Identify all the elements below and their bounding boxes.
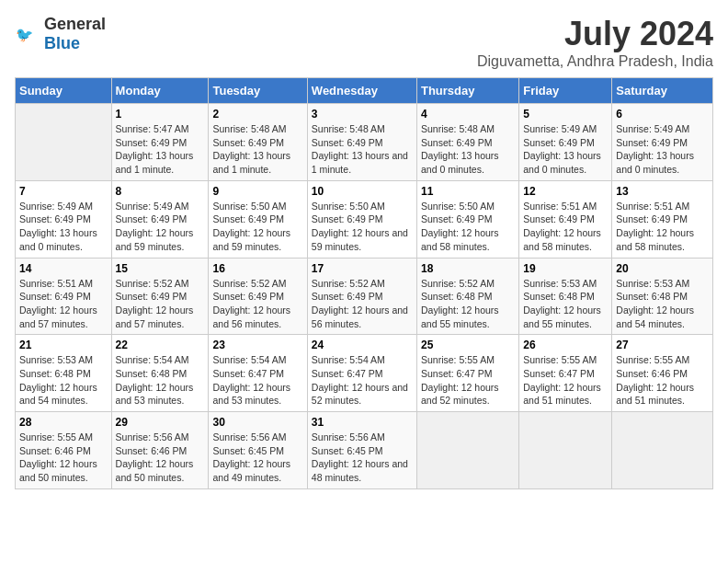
calendar-cell: 27Sunrise: 5:55 AM Sunset: 6:46 PM Dayli…: [612, 335, 713, 412]
day-info: Sunrise: 5:52 AM Sunset: 6:49 PM Dayligh…: [116, 277, 205, 331]
calendar-cell: 5Sunrise: 5:49 AM Sunset: 6:49 PM Daylig…: [519, 104, 612, 181]
day-info: Sunrise: 5:52 AM Sunset: 6:49 PM Dayligh…: [212, 277, 302, 331]
calendar-cell: 15Sunrise: 5:52 AM Sunset: 6:49 PM Dayli…: [111, 258, 209, 335]
day-info: Sunrise: 5:53 AM Sunset: 6:48 PM Dayligh…: [523, 277, 608, 331]
calendar-cell: 18Sunrise: 5:52 AM Sunset: 6:48 PM Dayli…: [416, 258, 518, 335]
calendar-cell: 31Sunrise: 5:56 AM Sunset: 6:45 PM Dayli…: [307, 412, 416, 489]
day-number: 8: [116, 185, 205, 198]
day-number: 4: [421, 108, 515, 121]
day-info: Sunrise: 5:47 AM Sunset: 6:49 PM Dayligh…: [116, 122, 205, 177]
day-info: Sunrise: 5:56 AM Sunset: 6:45 PM Dayligh…: [212, 431, 302, 485]
day-number: 28: [19, 416, 108, 429]
day-info: Sunrise: 5:51 AM Sunset: 6:49 PM Dayligh…: [616, 200, 709, 254]
calendar-cell: [519, 412, 612, 489]
day-info: Sunrise: 5:54 AM Sunset: 6:48 PM Dayligh…: [116, 353, 205, 408]
day-info: Sunrise: 5:50 AM Sunset: 6:49 PM Dayligh…: [312, 200, 413, 254]
calendar-cell: 17Sunrise: 5:52 AM Sunset: 6:49 PM Dayli…: [307, 258, 416, 335]
calendar-cell: 9Sunrise: 5:50 AM Sunset: 6:49 PM Daylig…: [209, 180, 307, 258]
day-header-wednesday: Wednesday: [307, 78, 416, 104]
calendar-cell: 1Sunrise: 5:47 AM Sunset: 6:49 PM Daylig…: [111, 104, 209, 181]
day-number: 27: [616, 339, 709, 351]
day-number: 21: [19, 339, 108, 351]
calendar-cell: 19Sunrise: 5:53 AM Sunset: 6:48 PM Dayli…: [519, 258, 612, 335]
day-info: Sunrise: 5:49 AM Sunset: 6:49 PM Dayligh…: [616, 122, 709, 177]
day-number: 12: [523, 185, 608, 198]
calendar-cell: 4Sunrise: 5:48 AM Sunset: 6:49 PM Daylig…: [416, 104, 518, 181]
logo: 🐦 General Blue: [15, 15, 106, 53]
day-info: Sunrise: 5:55 AM Sunset: 6:47 PM Dayligh…: [523, 353, 608, 408]
day-info: Sunrise: 5:51 AM Sunset: 6:49 PM Dayligh…: [523, 200, 608, 254]
day-number: 31: [312, 416, 413, 429]
calendar-cell: 21Sunrise: 5:53 AM Sunset: 6:48 PM Dayli…: [16, 335, 112, 412]
calendar-table: SundayMondayTuesdayWednesdayThursdayFrid…: [15, 77, 713, 489]
calendar-week-row: 21Sunrise: 5:53 AM Sunset: 6:48 PM Dayli…: [16, 335, 713, 412]
day-info: Sunrise: 5:55 AM Sunset: 6:46 PM Dayligh…: [19, 431, 108, 485]
calendar-week-row: 28Sunrise: 5:55 AM Sunset: 6:46 PM Dayli…: [16, 412, 713, 489]
day-number: 22: [116, 339, 205, 351]
day-number: 1: [116, 108, 205, 121]
svg-text:🐦: 🐦: [16, 26, 34, 43]
day-number: 26: [523, 339, 608, 351]
day-number: 17: [312, 262, 413, 275]
subtitle: Diguvametta, Andhra Pradesh, India: [477, 53, 713, 70]
header: 🐦 General Blue July 2024 Diguvametta, An…: [15, 15, 713, 70]
calendar-cell: 28Sunrise: 5:55 AM Sunset: 6:46 PM Dayli…: [16, 412, 112, 489]
calendar-cell: 14Sunrise: 5:51 AM Sunset: 6:49 PM Dayli…: [16, 258, 112, 335]
day-number: 15: [116, 262, 205, 275]
logo-general: General: [44, 15, 106, 33]
day-number: 9: [212, 185, 302, 198]
main-title: July 2024: [477, 15, 713, 53]
calendar-week-row: 14Sunrise: 5:51 AM Sunset: 6:49 PM Dayli…: [16, 258, 713, 335]
calendar-cell: 3Sunrise: 5:48 AM Sunset: 6:49 PM Daylig…: [307, 104, 416, 181]
calendar-cell: 23Sunrise: 5:54 AM Sunset: 6:47 PM Dayli…: [209, 335, 307, 412]
day-info: Sunrise: 5:51 AM Sunset: 6:49 PM Dayligh…: [19, 277, 108, 331]
logo-bird-icon: 🐦: [15, 21, 40, 47]
calendar-cell: 30Sunrise: 5:56 AM Sunset: 6:45 PM Dayli…: [209, 412, 307, 489]
day-info: Sunrise: 5:49 AM Sunset: 6:49 PM Dayligh…: [19, 200, 108, 254]
day-info: Sunrise: 5:55 AM Sunset: 6:47 PM Dayligh…: [421, 353, 515, 408]
day-number: 18: [421, 262, 515, 275]
day-number: 13: [616, 185, 709, 198]
day-number: 10: [312, 185, 413, 198]
calendar-cell: 25Sunrise: 5:55 AM Sunset: 6:47 PM Dayli…: [416, 335, 518, 412]
day-info: Sunrise: 5:54 AM Sunset: 6:47 PM Dayligh…: [312, 353, 413, 408]
day-number: 19: [523, 262, 608, 275]
day-number: 20: [616, 262, 709, 275]
logo-blue: Blue: [44, 34, 80, 52]
day-header-thursday: Thursday: [416, 78, 518, 104]
day-number: 16: [212, 262, 302, 275]
day-number: 3: [312, 108, 413, 121]
day-number: 6: [616, 108, 709, 121]
calendar-week-row: 7Sunrise: 5:49 AM Sunset: 6:49 PM Daylig…: [16, 180, 713, 258]
title-area: July 2024 Diguvametta, Andhra Pradesh, I…: [477, 15, 713, 70]
calendar-cell: 20Sunrise: 5:53 AM Sunset: 6:48 PM Dayli…: [612, 258, 713, 335]
calendar-cell: [416, 412, 518, 489]
calendar-cell: 24Sunrise: 5:54 AM Sunset: 6:47 PM Dayli…: [307, 335, 416, 412]
day-header-sunday: Sunday: [16, 78, 112, 104]
calendar-cell: 12Sunrise: 5:51 AM Sunset: 6:49 PM Dayli…: [519, 180, 612, 258]
day-number: 30: [212, 416, 302, 429]
day-number: 24: [312, 339, 413, 351]
day-info: Sunrise: 5:50 AM Sunset: 6:49 PM Dayligh…: [212, 200, 302, 254]
calendar-cell: [16, 104, 112, 181]
day-info: Sunrise: 5:53 AM Sunset: 6:48 PM Dayligh…: [616, 277, 709, 331]
day-number: 11: [421, 185, 515, 198]
day-header-tuesday: Tuesday: [209, 78, 307, 104]
calendar-cell: 10Sunrise: 5:50 AM Sunset: 6:49 PM Dayli…: [307, 180, 416, 258]
calendar-cell: 2Sunrise: 5:48 AM Sunset: 6:49 PM Daylig…: [209, 104, 307, 181]
day-number: 14: [19, 262, 108, 275]
day-info: Sunrise: 5:48 AM Sunset: 6:49 PM Dayligh…: [312, 122, 413, 177]
calendar-cell: 11Sunrise: 5:50 AM Sunset: 6:49 PM Dayli…: [416, 180, 518, 258]
calendar-cell: [612, 412, 713, 489]
day-number: 7: [19, 185, 108, 198]
day-number: 23: [212, 339, 302, 351]
day-info: Sunrise: 5:53 AM Sunset: 6:48 PM Dayligh…: [19, 353, 108, 408]
day-info: Sunrise: 5:48 AM Sunset: 6:49 PM Dayligh…: [421, 122, 515, 177]
day-info: Sunrise: 5:49 AM Sunset: 6:49 PM Dayligh…: [116, 200, 205, 254]
day-info: Sunrise: 5:50 AM Sunset: 6:49 PM Dayligh…: [421, 200, 515, 254]
day-header-saturday: Saturday: [612, 78, 713, 104]
calendar-cell: 8Sunrise: 5:49 AM Sunset: 6:49 PM Daylig…: [111, 180, 209, 258]
calendar-cell: 26Sunrise: 5:55 AM Sunset: 6:47 PM Dayli…: [519, 335, 612, 412]
day-header-monday: Monday: [111, 78, 209, 104]
day-header-friday: Friday: [519, 78, 612, 104]
